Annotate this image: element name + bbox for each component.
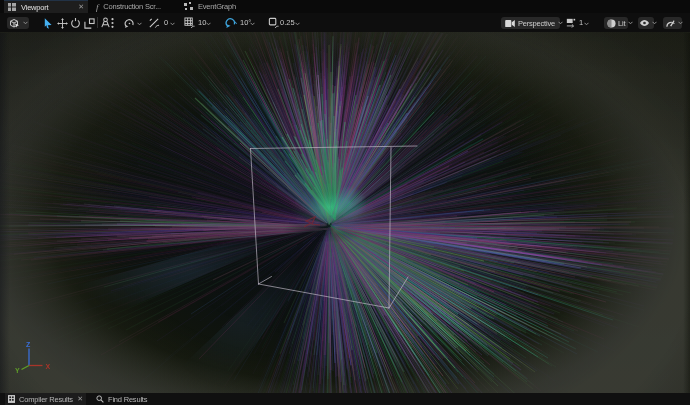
svg-text:Z: Z (26, 341, 31, 348)
svg-text:X: X (46, 363, 51, 370)
svg-text:Y: Y (15, 367, 20, 374)
